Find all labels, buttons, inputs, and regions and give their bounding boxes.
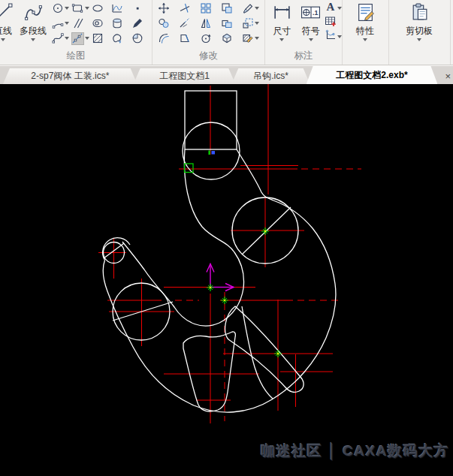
tool-cylinder[interactable] <box>110 16 131 31</box>
tool-scale[interactable] <box>240 16 261 31</box>
tool-copy[interactable] <box>156 16 177 31</box>
chevron-down-icon <box>85 7 89 10</box>
ribbon-panel-modify: 修改 <box>153 0 265 65</box>
document-tab[interactable]: 吊钩.ics* <box>231 68 310 84</box>
draw-panel-caption: 绘图 <box>0 50 152 62</box>
tool-profile-circle[interactable] <box>90 16 110 31</box>
line-tool-button[interactable]: 直线 <box>0 0 16 41</box>
polyline-icon <box>23 2 44 26</box>
tool-ellipse[interactable] <box>90 1 110 16</box>
chevron-down-icon <box>255 22 259 25</box>
chevron-down-icon <box>417 38 421 41</box>
tool-rotate[interactable] <box>198 31 219 46</box>
tool-offset[interactable] <box>156 31 177 46</box>
tool-edit-hatch[interactable] <box>240 31 261 46</box>
drawing-canvas[interactable]: 咖迷社区 │ CAXA数码大方 <box>0 84 453 476</box>
caxa-window: 直线 多段线 绘图 修改 尺寸 .1 符号 <box>0 0 453 476</box>
hatch-icon <box>91 32 104 45</box>
profile-circle-icon <box>91 17 104 30</box>
move-icon <box>157 2 170 15</box>
formula-curve-icon <box>111 2 124 15</box>
document-tab-label: 工程图文档1 <box>159 70 210 83</box>
offset-icon <box>157 32 170 45</box>
tool-trim[interactable] <box>177 1 198 16</box>
symbol-button[interactable]: .1 符号 <box>297 0 325 41</box>
document-tab-label: 工程图文档2.exb* <box>336 69 407 82</box>
document-tab[interactable]: 2-sp7阀体 工装.ics* <box>3 68 137 84</box>
tool-formula-curve[interactable] <box>110 1 131 16</box>
tab-close-button[interactable]: × <box>442 71 453 81</box>
dimension-button[interactable]: 尺寸 <box>267 0 297 41</box>
properties-button[interactable]: 特性 <box>343 0 388 41</box>
annotate-panel-caption: 标注 <box>265 50 342 62</box>
erase-icon <box>241 2 254 15</box>
line-tool-label: 直线 <box>0 26 12 36</box>
properties-icon <box>355 2 376 26</box>
polyline-tool-button[interactable]: 多段线 <box>16 0 50 41</box>
modify-tool-grid <box>156 1 261 46</box>
stretch-icon <box>220 17 233 30</box>
explode-icon <box>220 32 233 45</box>
chevron-down-icon <box>363 38 367 41</box>
chevron-down-icon <box>31 38 35 41</box>
tool-hatch[interactable] <box>90 31 110 46</box>
tool-paste-window[interactable] <box>219 1 240 16</box>
extend-icon <box>178 17 191 30</box>
modify-panel-caption: 修改 <box>153 50 264 62</box>
line-icon <box>0 2 14 26</box>
chevron-down-icon <box>1 38 5 41</box>
tool-point[interactable] <box>130 1 150 16</box>
tool-move[interactable] <box>156 1 177 16</box>
tool-extend[interactable] <box>177 16 198 31</box>
array-icon <box>199 2 212 15</box>
rotate-icon <box>199 32 212 45</box>
chevron-down-icon <box>337 35 342 38</box>
tool-local-enlarge[interactable] <box>130 31 150 46</box>
tool-arc[interactable] <box>50 16 71 31</box>
tool-coord-dim[interactable] <box>325 29 342 44</box>
contour-icon <box>111 32 124 45</box>
taper-icon <box>178 32 191 45</box>
tool-erase[interactable] <box>240 1 261 16</box>
tool-parallel[interactable] <box>71 16 91 31</box>
tool-text[interactable]: A <box>325 1 342 15</box>
hook-drawing <box>0 84 453 476</box>
mirror-icon <box>199 17 212 30</box>
clipboard-button[interactable]: 剪切板 <box>389 0 449 41</box>
tool-table[interactable] <box>325 15 342 29</box>
document-tab-label: 吊钩.ics* <box>253 70 288 83</box>
tool-pick-arrow[interactable] <box>130 16 150 31</box>
chevron-down-icon <box>65 37 69 40</box>
chevron-down-icon <box>85 37 89 40</box>
tool-rectangle[interactable] <box>71 1 91 16</box>
chevron-down-icon <box>65 22 69 25</box>
tool-centerline[interactable] <box>71 31 91 46</box>
tool-array[interactable] <box>198 1 219 16</box>
tool-stretch[interactable] <box>219 16 240 31</box>
tool-taper[interactable] <box>177 31 198 46</box>
tool-mirror[interactable] <box>198 16 219 31</box>
clipboard-label: 剪切板 <box>406 26 433 36</box>
dimension-label: 尺寸 <box>273 26 291 36</box>
pick-arrow-icon <box>131 17 143 30</box>
spline-icon <box>51 32 64 45</box>
tool-spline[interactable] <box>50 31 71 46</box>
paste-window-icon <box>220 2 233 15</box>
tool-explode[interactable] <box>219 31 240 46</box>
properties-label: 特性 <box>356 26 374 36</box>
document-tab[interactable]: 工程图文档1 <box>134 68 236 84</box>
ribbon-panel-draw: 直线 多段线 绘图 <box>0 0 153 65</box>
trim-icon <box>178 2 191 15</box>
arc-icon <box>51 17 64 30</box>
tool-contour[interactable] <box>110 31 131 46</box>
tool-circle[interactable] <box>50 1 71 16</box>
point-icon <box>131 2 143 15</box>
ribbon-panel-clipboard: 剪切板 <box>389 0 451 65</box>
scale-icon <box>241 17 254 30</box>
edit-hatch-icon <box>241 32 254 45</box>
chevron-down-icon <box>65 7 69 10</box>
ribbon-panel-annotate: 尺寸 .1 符号 A 标注 <box>265 0 343 65</box>
svg-text:A: A <box>327 1 335 13</box>
chevron-down-icon <box>309 38 313 41</box>
document-tab[interactable]: 工程图文档2.exb* <box>307 66 438 84</box>
